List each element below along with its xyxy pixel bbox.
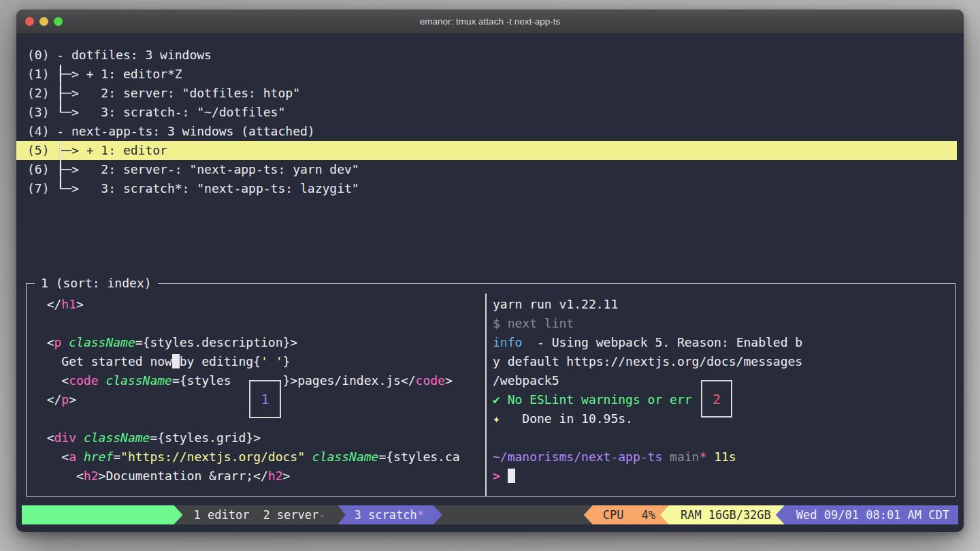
tree-row[interactable]: (0) - dotfiles: 3 windows [16,46,964,65]
tree-row-selected[interactable]: (5) ├─> + 1: editor [16,141,957,160]
tree-row[interactable]: (1) ├─> + 1: editor*Z [16,65,964,84]
status-window-editor[interactable]: 1 editor [186,505,256,524]
datetime-segment: Wed 09/01 08:01 AM CDT [776,505,958,524]
window-title: emanor: tmux attach -t next-app-ts [420,16,560,27]
zoom-button[interactable] [54,17,63,26]
pane-number-indicator-2: 2 [701,380,732,418]
close-button[interactable] [25,17,34,26]
terminal-line: $ next lint [493,314,955,333]
tree-connector-line [60,141,61,189]
session-name: next-app-ts [88,527,165,532]
tree-row[interactable]: (3) └─> 3: scratch-: "~/dotfiles" [16,103,964,122]
terminal-line: info - Using webpack 5. Reason: Enabled … [493,333,955,352]
tree-row[interactable]: (7) └─> 3: scratch*: "next-app-ts: lazyg… [16,179,964,198]
pane-number-indicator-1: 1 [249,380,281,418]
cpu-segment: CPU 4% [584,505,669,524]
tree-row[interactable]: (6) ├─> 2: server-: "next-app-ts: yarn d… [16,160,964,179]
ram-label: RAM [681,505,702,524]
window-list: 1 editor2 server-3 scratch* [186,505,442,524]
tree-row[interactable]: (2) ├─> 2: server: "dotfiles: htop" [16,84,964,103]
tmux-status-bar: next-app-ts 1 editor2 server-3 scratch* … [22,505,958,524]
ram-value: 16GB/32GB [708,505,771,524]
traffic-lights [25,10,63,33]
pane-number: 1 [261,391,269,407]
datetime-text: Wed 09/01 08:01 AM CDT [796,505,949,524]
terminal-line: </h1> [32,295,485,314]
tree-row[interactable]: (4) - next-app-ts: 3 windows (attached) [16,122,964,141]
statusbar-spacer [442,505,584,524]
cpu-value: 4% [642,505,655,524]
terminal-line: <h2>Documentation &rarr;</h2> [32,467,485,486]
status-window-server[interactable]: 2 server- [256,505,332,524]
terminal-line [493,428,955,447]
cpu-label: CPU [603,505,624,524]
window-titlebar[interactable]: emanor: tmux attach -t next-app-ts [16,10,964,34]
status-window-scratch[interactable]: 3 scratch* [338,505,442,524]
minimize-button[interactable] [39,17,48,26]
session-tree: (0) - dotfiles: 3 windows(1) ├─> + 1: ed… [16,46,964,198]
terminal-line: Get started now by editing{' '} [32,352,485,371]
terminal-line: yarn run v1.22.11 [493,295,955,314]
terminal-line [32,314,485,333]
terminal-line: <p className={styles.description}> [32,333,485,352]
terminal-line: > [493,467,955,486]
window-flag: - [318,508,325,522]
tree-connector-line [60,65,61,112]
terminal-content: (0) - dotfiles: 3 windows(1) ├─> + 1: ed… [16,35,964,532]
terminal-window: emanor: tmux attach -t next-app-ts (0) -… [16,10,964,532]
window-flag: * [417,508,424,522]
preview-box: 1 (sort: index) </h1> <p className={styl… [26,283,956,497]
terminal-line: y default https://nextjs.org/docs/messag… [493,352,955,371]
terminal-line: <a href="https://nextjs.org/docs" classN… [32,447,485,467]
ram-segment: RAM 16GB/32GB [660,505,785,524]
pane-number: 2 [713,391,721,407]
session-name-segment[interactable]: next-app-ts [22,505,182,524]
terminal-line: <div className={styles.grid}> [32,428,485,447]
pane-divider[interactable] [485,294,487,496]
terminal-line: ~/manorisms/next-app-ts main* 11s [493,447,955,467]
